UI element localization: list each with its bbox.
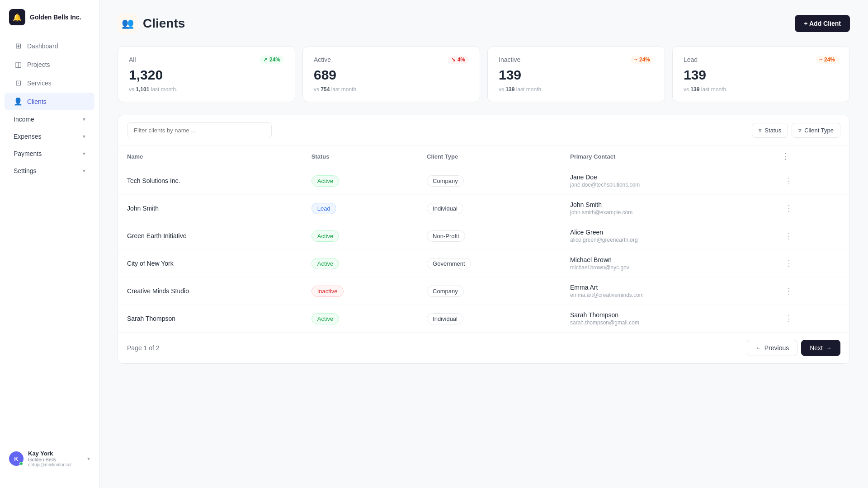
pagination: Page 1 of 2 ← Previous Next → bbox=[118, 332, 849, 363]
clients-page-icon: 👥 bbox=[118, 14, 137, 33]
filter-type-button[interactable]: ▿ Client Type bbox=[792, 123, 840, 138]
projects-icon: ◫ bbox=[14, 60, 23, 69]
sidebar-section-income[interactable]: Income ▾ bbox=[5, 111, 94, 127]
previous-button[interactable]: ← Previous bbox=[747, 340, 797, 356]
client-type: Non-Profit bbox=[418, 222, 561, 250]
sidebar-section-payments[interactable]: Payments ▾ bbox=[5, 145, 94, 162]
client-status: Active bbox=[302, 222, 418, 250]
table-row: Creative Minds Studio Inactive Company E… bbox=[118, 277, 849, 305]
user-company: Golden Bells bbox=[28, 457, 83, 462]
type-badge: Company bbox=[427, 175, 464, 187]
client-status: Active bbox=[302, 167, 418, 195]
client-type: Government bbox=[418, 250, 561, 277]
row-actions-cell: ⋮ bbox=[772, 222, 849, 250]
col-status: Status bbox=[302, 146, 418, 167]
row-more-button[interactable]: ⋮ bbox=[781, 174, 797, 187]
clients-table: Name Status Client Type Primary Contact … bbox=[118, 146, 849, 332]
stat-value: 139 bbox=[499, 67, 654, 83]
type-badge: Individual bbox=[427, 203, 463, 214]
sidebar-item-dashboard[interactable]: ⊞ Dashboard bbox=[5, 37, 94, 55]
stat-badge: ~ 24% bbox=[816, 56, 839, 64]
row-more-button[interactable]: ⋮ bbox=[781, 230, 797, 242]
table-row: Sarah Thompson Active Individual Sarah T… bbox=[118, 305, 849, 333]
row-more-button[interactable]: ⋮ bbox=[781, 257, 797, 270]
stat-footer: vs 1,101 last month. bbox=[129, 86, 284, 93]
type-badge: Non-Profit bbox=[427, 230, 465, 242]
row-actions-cell: ⋮ bbox=[772, 277, 849, 305]
stat-badge: ↘ 4% bbox=[448, 56, 469, 64]
sidebar-item-services[interactable]: ⊡ Services bbox=[5, 74, 94, 92]
client-name: Green Earth Initiative bbox=[118, 222, 302, 250]
status-badge: Inactive bbox=[311, 286, 344, 297]
row-actions-cell: ⋮ bbox=[772, 167, 849, 195]
online-indicator bbox=[19, 462, 23, 465]
sidebar-section-expenses[interactable]: Expenses ▾ bbox=[5, 128, 94, 145]
clients-table-section: ▿ Status ▿ Client Type Name Status Clien… bbox=[118, 115, 850, 364]
sidebar-item-label: Dashboard bbox=[27, 42, 58, 50]
stat-badge: ~ 24% bbox=[631, 56, 654, 64]
status-badge: Active bbox=[311, 230, 339, 242]
stat-card-active: Active ↘ 4% 689 vs 754 last month. bbox=[302, 46, 480, 102]
sidebar-item-clients[interactable]: 👤 Clients bbox=[5, 93, 94, 110]
primary-contact: John Smith john.smith@example.com bbox=[561, 195, 772, 222]
user-card[interactable]: K Kay York Golden Bells dotupi@mailinato… bbox=[5, 446, 94, 472]
row-more-button[interactable]: ⋮ bbox=[781, 202, 797, 215]
stat-label: Inactive bbox=[499, 56, 520, 63]
add-client-button[interactable]: + Add Client bbox=[795, 15, 850, 32]
client-status: Active bbox=[302, 305, 418, 333]
contact-name: Emma Art bbox=[570, 284, 763, 291]
primary-contact: Alice Green alice.green@greenearth.org bbox=[561, 222, 772, 250]
sidebar-item-label: Services bbox=[27, 80, 52, 87]
filter-status-button[interactable]: ▿ Status bbox=[752, 123, 788, 138]
client-type: Company bbox=[418, 167, 561, 195]
row-actions-cell: ⋮ bbox=[772, 305, 849, 333]
user-email: dotupi@mailinator.cor bbox=[28, 462, 83, 467]
sidebar-section-settings[interactable]: Settings ▾ bbox=[5, 163, 94, 179]
contact-email: sarah.thompson@gmail.com bbox=[570, 319, 763, 326]
services-icon: ⊡ bbox=[14, 79, 23, 87]
contact-name: Alice Green bbox=[570, 229, 763, 236]
stat-value: 1,320 bbox=[129, 67, 284, 83]
sidebar-item-label: Clients bbox=[27, 98, 47, 105]
stat-card-inactive: Inactive ~ 24% 139 vs 139 last month. bbox=[487, 46, 665, 102]
app-name: Golden Bells Inc. bbox=[30, 14, 81, 21]
row-more-button[interactable]: ⋮ bbox=[781, 312, 797, 325]
status-badge: Active bbox=[311, 258, 339, 269]
payments-label: Payments bbox=[14, 150, 42, 157]
search-input[interactable] bbox=[127, 122, 272, 138]
user-info: Kay York Golden Bells dotupi@mailinator.… bbox=[28, 450, 83, 467]
contact-name: John Smith bbox=[570, 201, 763, 208]
status-badge: Active bbox=[311, 313, 339, 324]
app-logo: 🔔 Golden Bells Inc. bbox=[0, 9, 99, 36]
user-name: Kay York bbox=[28, 450, 83, 457]
next-button[interactable]: Next → bbox=[801, 340, 840, 356]
trend-icon: ↘ bbox=[451, 56, 456, 63]
status-badge: Active bbox=[311, 175, 339, 187]
contact-name: Michael Brown bbox=[570, 256, 763, 263]
stat-value: 139 bbox=[684, 67, 839, 83]
sidebar-nav: ⊞ Dashboard ◫ Projects ⊡ Services 👤 Clie… bbox=[0, 36, 99, 180]
primary-contact: Jane Doe jane.doe@techsolutions.com bbox=[561, 167, 772, 195]
sidebar-item-projects[interactable]: ◫ Projects bbox=[5, 56, 94, 73]
page-title: Clients bbox=[143, 16, 185, 31]
contact-email: jane.doe@techsolutions.com bbox=[570, 182, 763, 188]
status-badge: Lead bbox=[311, 203, 336, 214]
page-info: Page 1 of 2 bbox=[127, 344, 160, 352]
stat-badge: ↗ 24% bbox=[259, 56, 284, 64]
logo-icon: 🔔 bbox=[9, 9, 25, 25]
arrow-right-icon: → bbox=[826, 344, 832, 352]
col-actions: ⋮ bbox=[772, 146, 849, 167]
filter-icon: ▿ bbox=[759, 127, 762, 134]
trend-icon: ~ bbox=[819, 56, 822, 63]
sidebar: 🔔 Golden Bells Inc. ⊞ Dashboard ◫ Projec… bbox=[0, 0, 99, 488]
clients-tbody: Tech Solutions Inc. Active Company Jane … bbox=[118, 167, 849, 333]
stat-value: 689 bbox=[314, 67, 469, 83]
contact-email: michael.brown@nyc.gov bbox=[570, 264, 763, 271]
col-contact: Primary Contact bbox=[561, 146, 772, 167]
row-more-button[interactable]: ⋮ bbox=[781, 285, 797, 297]
trend-icon: ~ bbox=[634, 56, 637, 63]
col-name: Name bbox=[118, 146, 302, 167]
stat-card-lead: Lead ~ 24% 139 vs 139 last month. bbox=[672, 46, 850, 102]
client-name: Sarah Thompson bbox=[118, 305, 302, 333]
chevron-down-icon: ▾ bbox=[83, 133, 85, 140]
